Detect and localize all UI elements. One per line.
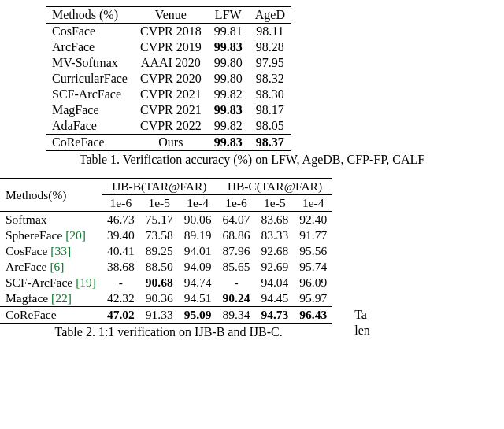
cell-venue: CVPR 2021 bbox=[134, 102, 208, 118]
cell-value: 89.19 bbox=[179, 227, 217, 243]
cell-method: CosFace bbox=[46, 24, 134, 40]
cell-value: 92.68 bbox=[255, 243, 294, 259]
table1-col-methods: Methods (%) bbox=[46, 7, 134, 24]
cell-method: AdaFace bbox=[46, 118, 134, 135]
cell-value: 64.07 bbox=[217, 212, 256, 228]
cell-value: 89.25 bbox=[140, 243, 179, 259]
cell-aged: 98.05 bbox=[249, 118, 291, 135]
cell-value: 73.58 bbox=[140, 227, 179, 243]
cell-value: 90.68 bbox=[140, 275, 179, 290]
cell-method: MV-Softmax bbox=[46, 55, 134, 71]
table-row: SCF-ArcFaceCVPR 202199.8298.30 bbox=[46, 87, 291, 102]
cell-value: 95.74 bbox=[294, 259, 332, 275]
table2-last-row: CoReFace47.0291.3395.0989.3494.7396.43 bbox=[0, 307, 332, 324]
cell-lfw: 99.80 bbox=[208, 55, 249, 71]
table1-header-row: Methods (%) Venue LFW AgeD bbox=[46, 7, 291, 24]
cell-aged: 98.11 bbox=[249, 24, 291, 40]
cell-value: 87.96 bbox=[217, 243, 256, 259]
table1-col-venue: Venue bbox=[134, 7, 208, 24]
cell-method: CoReFace bbox=[0, 307, 102, 324]
cell-venue: CVPR 2021 bbox=[134, 87, 208, 102]
cell-value: 85.65 bbox=[217, 259, 256, 275]
cell-method: SCF-ArcFace bbox=[46, 87, 134, 102]
table2-sub-5: 1e-4 bbox=[294, 195, 332, 212]
right-frag-1: Ta bbox=[354, 308, 370, 322]
cell-value: 83.68 bbox=[255, 212, 294, 228]
cell-value: 94.09 bbox=[179, 259, 217, 275]
cell-value: 92.69 bbox=[255, 259, 294, 275]
table-row: SCF-ArcFace [19]-90.6894.74-94.0496.09 bbox=[0, 275, 332, 290]
cell-value: 94.45 bbox=[255, 290, 294, 307]
cell-value: 96.09 bbox=[294, 275, 332, 290]
cell-value: 68.86 bbox=[217, 227, 256, 243]
cell-value: 95.56 bbox=[294, 243, 332, 259]
table-row: ArcFaceCVPR 201999.8398.28 bbox=[46, 39, 291, 55]
table2-caption: Table 2. 1:1 verification on IJB-B and I… bbox=[5, 325, 332, 339]
cell-lfw: 99.83 bbox=[208, 102, 249, 118]
cell-venue: CVPR 2018 bbox=[134, 24, 208, 40]
cell-value: 92.40 bbox=[294, 212, 332, 228]
table1-last-row: CoReFace Ours 99.83 98.37 bbox=[46, 135, 291, 151]
cell-value: 89.34 bbox=[217, 307, 256, 324]
table1: Methods (%) Venue LFW AgeD CosFaceCVPR 2… bbox=[46, 6, 291, 151]
table2-sub-4: 1e-5 bbox=[255, 195, 294, 212]
table1-col-lfw: LFW bbox=[208, 7, 249, 24]
cell-value: 95.09 bbox=[179, 307, 217, 324]
cell-method: SphereFace [20] bbox=[0, 227, 102, 243]
cell-method: MagFace bbox=[46, 102, 134, 118]
cell-value: 91.77 bbox=[294, 227, 332, 243]
cell-value: 94.73 bbox=[255, 307, 294, 324]
table2-header-row1: Methods(%) IJB-B(TAR@FAR) IJB-C(TAR@FAR) bbox=[0, 179, 332, 195]
table-row: CosFace [33]40.4189.2594.0187.9692.6895.… bbox=[0, 243, 332, 259]
cell-value: 96.43 bbox=[294, 307, 332, 324]
cell-value: 94.04 bbox=[255, 275, 294, 290]
table-row: CosFaceCVPR 201899.8198.11 bbox=[46, 24, 291, 40]
cell-aged: 98.37 bbox=[249, 135, 291, 151]
cell-venue: CVPR 2019 bbox=[134, 39, 208, 55]
cell-value: 90.06 bbox=[179, 212, 217, 228]
cell-value: 88.50 bbox=[140, 259, 179, 275]
citation: [20] bbox=[65, 228, 86, 242]
table2-sub-0: 1e-6 bbox=[102, 195, 140, 212]
cell-venue: CVPR 2022 bbox=[134, 118, 208, 135]
cell-value: - bbox=[102, 275, 140, 290]
table-row: SphereFace [20]39.4073.5889.1968.8683.33… bbox=[0, 227, 332, 243]
cell-lfw: 99.81 bbox=[208, 24, 249, 40]
cell-method: ArcFace bbox=[46, 39, 134, 55]
cell-value: 83.33 bbox=[255, 227, 294, 243]
cell-value: 90.36 bbox=[140, 290, 179, 307]
cell-lfw: 99.83 bbox=[208, 135, 249, 151]
cell-method: SCF-ArcFace [19] bbox=[0, 275, 102, 290]
table2-col-methods: Methods(%) bbox=[0, 179, 102, 212]
cell-value: 39.40 bbox=[102, 227, 140, 243]
cell-value: 95.97 bbox=[294, 290, 332, 307]
cell-value: 38.68 bbox=[102, 259, 140, 275]
table2-col-ijbb: IJB-B(TAR@FAR) bbox=[102, 179, 217, 195]
cell-value: - bbox=[217, 275, 256, 290]
table2-sub-3: 1e-6 bbox=[217, 195, 256, 212]
cell-lfw: 99.80 bbox=[208, 71, 249, 87]
citation: [19] bbox=[76, 276, 96, 289]
table2-col-ijbc: IJB-C(TAR@FAR) bbox=[217, 179, 333, 195]
cell-value: 75.17 bbox=[140, 212, 179, 228]
citation: [33] bbox=[50, 244, 71, 257]
right-frag-2: len bbox=[354, 324, 370, 338]
cell-value: 91.33 bbox=[140, 307, 179, 324]
cell-lfw: 99.82 bbox=[208, 118, 249, 135]
table2: Methods(%) IJB-B(TAR@FAR) IJB-C(TAR@FAR)… bbox=[0, 178, 332, 324]
cell-method: CurricularFace bbox=[46, 71, 134, 87]
table2-sub-1: 1e-5 bbox=[140, 195, 179, 212]
table1-caption: Table 1. Verification accuracy (%) on LF… bbox=[0, 153, 504, 167]
table-row: MagFaceCVPR 202199.8398.17 bbox=[46, 102, 291, 118]
cell-value: 94.01 bbox=[179, 243, 217, 259]
right-text-fragment: Ta len bbox=[332, 308, 370, 339]
cell-value: 94.51 bbox=[179, 290, 217, 307]
cell-value: 46.73 bbox=[102, 212, 140, 228]
citation: [22] bbox=[51, 291, 72, 305]
cell-method: Magface [22] bbox=[0, 290, 102, 307]
table-row: ArcFace [6]38.6888.5094.0985.6592.6995.7… bbox=[0, 259, 332, 275]
cell-aged: 97.95 bbox=[249, 55, 291, 71]
table-row: Softmax46.7375.1790.0664.0783.6892.40 bbox=[0, 212, 332, 228]
cell-value: 47.02 bbox=[102, 307, 140, 324]
cell-value: 90.24 bbox=[217, 290, 256, 307]
